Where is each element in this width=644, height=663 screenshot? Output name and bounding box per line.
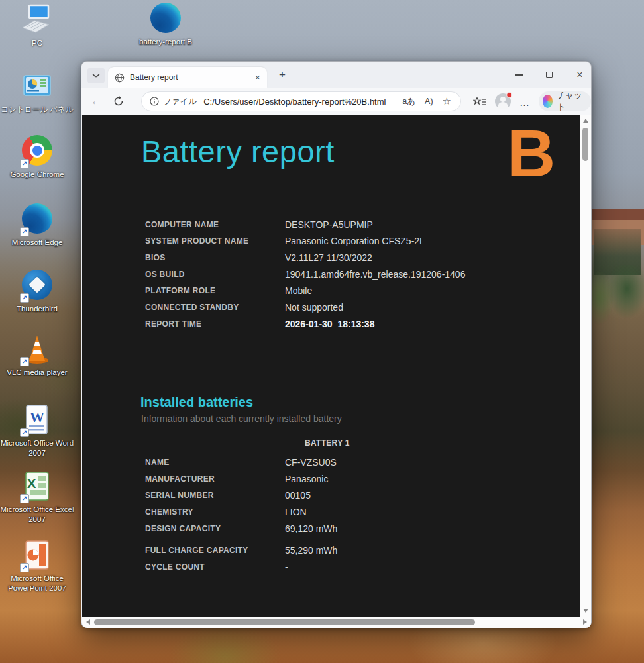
- table-row: SYSTEM PRODUCT NAME Panasonic Corporatio…: [145, 232, 465, 249]
- battery-table: NAME CF-VZSU0S MANUFACTURER Panasonic SE…: [145, 454, 337, 575]
- globe-icon: [115, 73, 125, 83]
- desktop-icon-label: Microsoft Edge: [0, 238, 74, 248]
- info-value: Mobile: [285, 285, 312, 296]
- info-label: PLATFORM ROLE: [145, 286, 285, 295]
- tab-close-button[interactable]: ×: [255, 72, 260, 83]
- pc-icon: [21, 4, 53, 36]
- info-value: 2026-01-30 18:13:38: [285, 319, 374, 329]
- table-row: REPORT TIME 2026-01-30 18:13:38: [145, 315, 465, 332]
- table-row: CHEMISTRY LION: [145, 503, 337, 520]
- tab-title: Battery report: [130, 73, 248, 82]
- desktop-icon-microsoft-edge[interactable]: ↗ Microsoft Edge: [0, 203, 74, 248]
- desktop-icon-google-chrome[interactable]: ↗ Google Chrome: [0, 134, 74, 179]
- edge-browser-window: Battery report × + × ← ファイル C:/: [81, 61, 592, 628]
- reload-button[interactable]: [113, 95, 125, 107]
- vertical-scroll-thumb[interactable]: [582, 128, 588, 161]
- favorite-star-icon[interactable]: ☆: [443, 95, 451, 107]
- desktop-icon-label: Microsoft Office Word 2007: [0, 438, 74, 458]
- profile-avatar[interactable]: [495, 93, 511, 109]
- info-label: SYSTEM PRODUCT NAME: [145, 236, 285, 246]
- battery-label: CHEMISTRY: [145, 507, 285, 517]
- desktop-icon-powerpoint[interactable]: ↗ Microsoft Office PowerPoint 2007: [0, 539, 74, 593]
- favorites-hub-button[interactable]: [472, 95, 487, 109]
- table-row: CYCLE COUNT -: [145, 558, 337, 575]
- battery-value: Panasonic: [285, 474, 328, 484]
- battery-value: -: [285, 562, 288, 572]
- section-heading: Installed batteries: [140, 395, 253, 410]
- table-row: SERIAL NUMBER 00105: [145, 487, 337, 503]
- table-row: DESIGN CAPACITY 69,120 mWh: [145, 520, 337, 536]
- info-label: BIOS: [145, 253, 285, 262]
- browser-toolbar: ← ファイル C:/Users/user/Desktop/battery-rep…: [81, 88, 591, 115]
- table-row: CONNECTED STANDBY Not supported: [145, 299, 465, 315]
- desktop-icon-label: Thunderbird: [0, 304, 74, 314]
- page-info-icon[interactable]: [150, 97, 159, 106]
- battery-label: NAME: [145, 458, 285, 467]
- battery-label: SERIAL NUMBER: [145, 491, 285, 500]
- svg-text:X: X: [27, 476, 36, 491]
- address-bar[interactable]: ファイル C:/Users/user/Desktop/battery-repor…: [141, 91, 461, 111]
- info-label: CONNECTED STANDBY: [145, 303, 285, 312]
- desktop-icon-excel[interactable]: X ↗ Microsoft Office Excel 2007: [0, 470, 74, 525]
- tab-search-button[interactable]: [87, 68, 105, 83]
- horizontal-scroll-thumb[interactable]: [94, 619, 475, 625]
- desktop-icon-label: PC: [0, 38, 74, 48]
- address-url[interactable]: C:/Users/user/Desktop/battery-report%20B…: [203, 97, 402, 107]
- battery-column-header: BATTERY 1: [305, 438, 350, 448]
- desktop-icon-label: VLC media player: [0, 368, 74, 378]
- battery-value: 55,290 mWh: [285, 545, 337, 556]
- shortcut-arrow-icon: ↗: [20, 428, 29, 437]
- battery-value: 69,120 mWh: [285, 523, 337, 534]
- desktop-icon-control-panel[interactable]: コントロール パネル: [0, 70, 74, 115]
- desktop-icon-pc[interactable]: PC: [0, 4, 74, 48]
- info-value: V2.11L27 11/30/2022: [285, 252, 372, 263]
- battery-value: LION: [285, 507, 307, 517]
- watermark-b: B: [508, 120, 555, 186]
- back-button[interactable]: ←: [91, 95, 102, 108]
- info-value: 19041.1.amd64fre.vb_release.191206-1406: [285, 269, 465, 280]
- vertical-scrollbar[interactable]: [580, 115, 591, 617]
- edge-icon: [150, 3, 181, 33]
- favorites-hub-icon: [473, 97, 486, 107]
- control-panel-icon: [21, 70, 53, 102]
- info-value: Panasonic Corporation CFSZ5-2L: [285, 236, 425, 246]
- scroll-down-arrow[interactable]: [583, 609, 588, 613]
- translate-icon[interactable]: aあ: [402, 96, 415, 107]
- notification-dot: [506, 92, 512, 98]
- desktop-icon-thunderbird[interactable]: ↗ Thunderbird: [0, 269, 74, 314]
- scroll-right-arrow[interactable]: [583, 619, 587, 625]
- page-title: Battery report: [141, 133, 335, 170]
- settings-more-button[interactable]: …: [517, 95, 532, 109]
- copilot-chat-button[interactable]: チャット: [539, 91, 591, 111]
- table-row: FULL CHARGE CAPACITY 55,290 mWh: [145, 542, 337, 558]
- shortcut-arrow-icon: ↗: [20, 293, 29, 303]
- table-row: COMPUTER NAME DESKTOP-A5UPMIP: [145, 216, 465, 232]
- read-aloud-icon[interactable]: A): [425, 97, 433, 106]
- battery-report-page: Battery report B COMPUTER NAME DESKTOP-A…: [82, 115, 580, 617]
- desktop-icon-battery-report[interactable]: battery-report B: [129, 2, 203, 47]
- shortcut-arrow-icon: ↗: [20, 494, 29, 503]
- battery-label: DESIGN CAPACITY: [145, 524, 285, 533]
- close-window-button[interactable]: ×: [570, 66, 590, 84]
- system-info-table: COMPUTER NAME DESKTOP-A5UPMIP SYSTEM PRO…: [145, 216, 465, 332]
- new-tab-button[interactable]: +: [274, 68, 291, 83]
- tab-battery-report[interactable]: Battery report ×: [108, 67, 267, 88]
- table-row: BIOS V2.11L27 11/30/2022: [145, 249, 465, 266]
- battery-value: 00105: [285, 490, 311, 501]
- info-label: REPORT TIME: [145, 319, 285, 329]
- horizontal-scrollbar[interactable]: [82, 617, 591, 628]
- table-row: NAME CF-VZSU0S: [145, 454, 337, 470]
- svg-text:W: W: [30, 409, 44, 425]
- desktop-icon-label: battery-report B: [129, 37, 203, 47]
- section-subtitle: Information about each currently install…: [141, 413, 342, 424]
- tab-strip: Battery report × + ×: [81, 62, 591, 88]
- info-value: DESKTOP-A5UPMIP: [285, 219, 373, 230]
- scroll-left-arrow[interactable]: [86, 619, 90, 625]
- desktop-icon-label: コントロール パネル: [0, 105, 74, 115]
- desktop-icon-word[interactable]: W ↗ Microsoft Office Word 2007: [0, 404, 74, 458]
- maximize-button[interactable]: [539, 66, 559, 84]
- desktop-icon-vlc[interactable]: ↗ VLC media player: [0, 333, 74, 378]
- copilot-icon: [543, 95, 553, 108]
- minimize-button[interactable]: [509, 66, 529, 84]
- scroll-up-arrow[interactable]: [583, 119, 588, 123]
